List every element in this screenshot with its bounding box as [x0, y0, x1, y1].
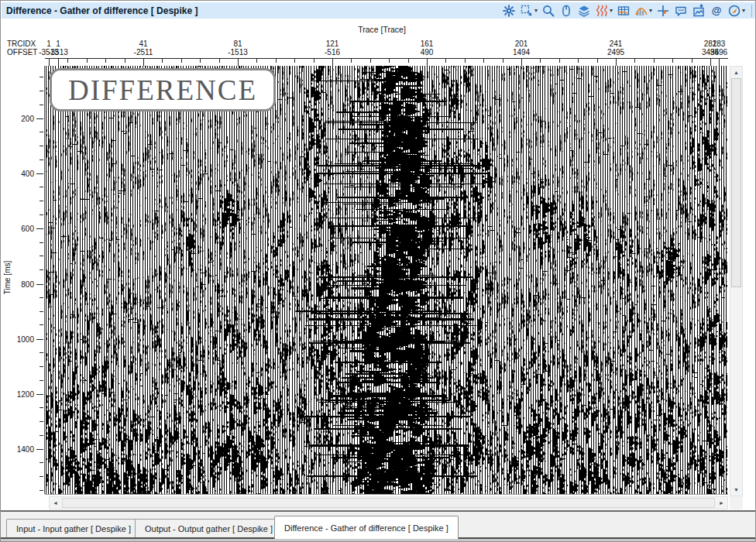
time-tick-value: 200	[21, 115, 34, 123]
trcidx-tick-value: 283	[713, 39, 726, 48]
time-axis-title: Time [ms]	[3, 247, 12, 309]
at-symbol-icon[interactable]: @	[709, 3, 724, 18]
trcidx-tick-value: 1	[56, 39, 60, 48]
trace-ruler-tick	[672, 59, 673, 63]
trace-ruler-tick	[351, 59, 352, 63]
offset-tick-value: -516	[325, 48, 340, 57]
trace-ruler-tick	[597, 59, 598, 63]
trace-ruler-tick	[162, 59, 163, 63]
time-tick-minor	[40, 187, 43, 187]
time-tick-minor	[40, 269, 43, 270]
zoom-magnifier-icon[interactable]	[541, 3, 556, 18]
trace-ruler-tick	[559, 59, 560, 63]
mouse-mode-icon[interactable]	[558, 3, 574, 18]
scroll-right-arrow-icon[interactable]: ►	[716, 497, 727, 509]
window-title: Difference - Gather of difference [ Desp…	[6, 5, 198, 16]
trace-ruler-tick	[125, 59, 125, 63]
offset-tick-value: -3513	[48, 48, 68, 57]
time-tick-minor	[40, 311, 43, 312]
offset-tick-value: 3496	[710, 48, 727, 57]
trace-ruler-tick	[719, 59, 720, 66]
trace-header-table-icon[interactable]	[616, 3, 631, 18]
time-tick-minor	[40, 435, 43, 436]
titlebar[interactable]: Difference - Gather of difference [ Desp…	[2, 2, 755, 19]
trace-ruler-tick	[389, 59, 390, 63]
trace-ruler-tick	[578, 59, 579, 63]
toolbar-separator	[751, 5, 752, 17]
amplitude-histogram-icon[interactable]: ▾	[634, 3, 653, 18]
offset-tick-value: -1513	[228, 48, 248, 57]
time-tick-value: 600	[21, 225, 34, 233]
trace-ruler-tick	[710, 59, 711, 66]
trace-ruler-tick	[87, 59, 88, 63]
trace-ruler-tick	[692, 59, 692, 63]
trace-ruler-tick	[219, 59, 220, 63]
trace-ruler-tick	[465, 59, 466, 63]
trcidx-tick-value: 201	[515, 39, 528, 48]
trace-ruler-tick	[540, 59, 541, 63]
window-footer	[1, 539, 756, 542]
scroll-down-arrow-icon[interactable]: ▼	[730, 484, 742, 496]
time-tick-minor	[40, 77, 43, 77]
tab-0[interactable]: Input - Input gather [ Despike ]	[6, 519, 141, 537]
trace-ruler-tick	[143, 59, 144, 66]
time-tick-minor	[40, 476, 43, 477]
trace-ruler-tick	[332, 59, 333, 66]
export-image-icon[interactable]	[691, 3, 706, 18]
time-tick-minor	[40, 366, 43, 367]
trcidx-tick-value: 81	[233, 39, 242, 48]
trace-ruler-tick	[616, 59, 617, 66]
time-tick-minor	[40, 132, 43, 132]
time-tick-minor	[40, 324, 43, 325]
offset-tick-value: -2511	[134, 48, 153, 57]
trace-axis-header: Trace [Trace] TRCIDX OFFSET 1-351341-251…	[1, 19, 756, 66]
scroll-left-arrow-icon[interactable]: ◄	[50, 497, 61, 509]
time-tick-value: 1400	[17, 445, 34, 454]
time-tick	[36, 173, 43, 174]
trace-ruler-tick	[238, 59, 239, 66]
dropdown-caret-icon: ▾	[742, 8, 745, 14]
offset-tick-value: 2495	[607, 48, 624, 57]
layers-icon[interactable]	[576, 3, 592, 18]
trace-ruler-tick	[256, 59, 257, 63]
time-tick-value: 400	[21, 170, 34, 178]
settings-gear-icon[interactable]	[501, 3, 517, 18]
trace-ruler-tick	[483, 59, 484, 63]
trcidx-tick-value: 1	[46, 39, 51, 48]
plot-bottom-border	[45, 494, 728, 495]
trace-axis-title: Trace [Trace]	[304, 25, 459, 34]
time-tick-value: 1200	[17, 390, 34, 399]
time-tick-minor	[40, 407, 43, 408]
trace-ruler-tick	[427, 59, 428, 66]
time-tick-minor	[40, 105, 43, 105]
orientation-compass-icon[interactable]: ▾	[727, 3, 746, 18]
seismic-wiggle-plot[interactable]	[45, 66, 727, 494]
trace-ruler-tick	[105, 59, 106, 63]
time-tick-value: 1000	[17, 335, 34, 344]
trace-ruler-tick	[200, 59, 201, 63]
scroll-up-arrow-icon[interactable]: ▲	[730, 67, 742, 78]
tab-2[interactable]: Difference - Gather of difference [ Desp…	[274, 516, 459, 539]
time-tick-value: 800	[21, 280, 34, 289]
tab-strip: Input - Input gather [ Despike ]Output -…	[1, 512, 756, 537]
vertical-scroll-thumb[interactable]	[731, 78, 741, 287]
time-tick-minor	[40, 297, 43, 298]
trace-ruler-tick	[294, 59, 295, 63]
time-tick-minor	[40, 91, 43, 91]
comment-bubble-icon[interactable]	[673, 3, 689, 18]
pick-crosshair-icon[interactable]	[655, 3, 671, 18]
zoom-window-select-icon[interactable]: ▾	[519, 3, 538, 18]
horizontal-scroll-thumb[interactable]	[62, 498, 715, 508]
trace-ruler-tick	[503, 59, 503, 63]
trace-ruler-tick	[370, 59, 371, 63]
time-tick-minor	[40, 160, 43, 160]
horizontal-scrollbar[interactable]: ◄ ►	[49, 496, 728, 509]
vertical-scrollbar[interactable]: ▲ ▼	[730, 66, 743, 496]
tab-1[interactable]: Output - Output gather [ Despike ]	[135, 519, 283, 537]
trcidx-row-label: TRCIDX	[7, 39, 36, 48]
wiggle-display-mode-icon[interactable]: ▾	[594, 3, 613, 18]
dropdown-caret-icon: ▾	[610, 8, 613, 14]
trcidx-tick-value: 41	[139, 39, 147, 48]
time-tick-minor	[40, 242, 43, 243]
trace-ruler-tick	[521, 59, 522, 66]
